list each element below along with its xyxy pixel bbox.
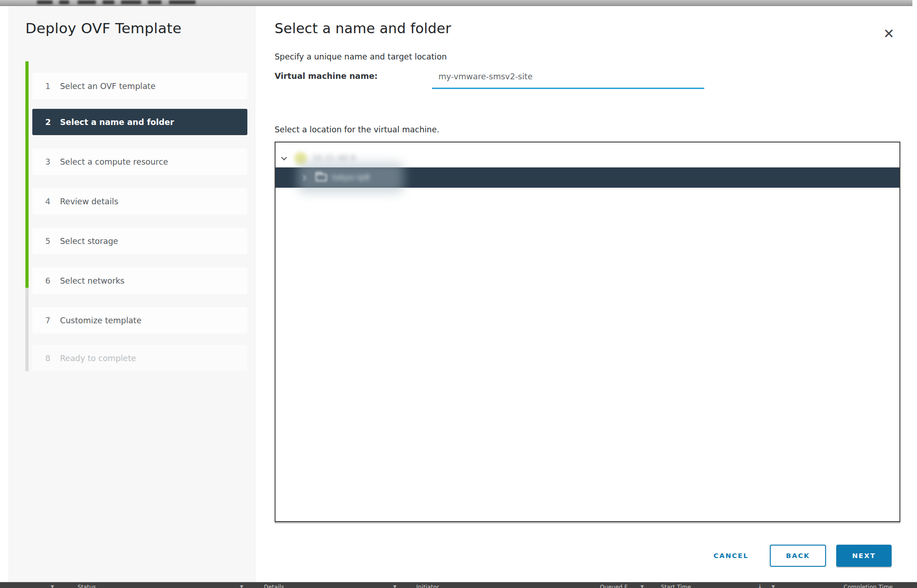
location-instruction: Select a location for the virtual machin…	[275, 125, 439, 134]
task-column-status: Status	[78, 584, 96, 588]
back-button[interactable]: BACK	[770, 545, 826, 567]
filter-caret-icon: ▼	[393, 584, 396, 588]
chevron-down-icon[interactable]	[281, 154, 287, 160]
filter-caret-icon: ▼	[772, 584, 775, 588]
wizard-steps-sidebar: Deploy OVF Template 1 Select an OVF temp…	[8, 6, 255, 582]
step-label: Ready to complete	[60, 354, 136, 363]
background-top-strip	[0, 0, 912, 6]
folder-tree: 10.21.40.9 tokyo-lp8	[275, 142, 900, 522]
progress-rail-completed	[25, 61, 29, 288]
blurred-background-text	[102, 0, 114, 4]
step-7-customize-template[interactable]: 7 Customize template	[32, 307, 247, 333]
step-1-select-an-ovf-template[interactable]: 1 Select an OVF template	[32, 73, 247, 99]
blurred-background-text	[148, 0, 162, 4]
step-5-select-storage[interactable]: 5 Select storage	[32, 228, 247, 254]
page-subtitle: Specify a unique name and target locatio…	[275, 52, 447, 61]
tree-root-label-blurred: 10.21.40.9	[312, 154, 356, 162]
task-column-queued: Queued F	[600, 584, 628, 588]
step-number: 3	[45, 157, 57, 166]
progress-rail-remaining	[25, 288, 29, 371]
step-6-select-networks[interactable]: 6 Select networks	[32, 267, 247, 294]
step-label: Review details	[60, 197, 118, 206]
blurred-background-text	[169, 0, 196, 4]
next-button[interactable]: NEXT	[836, 545, 892, 567]
vm-name-input[interactable]	[432, 68, 704, 89]
step-label: Select a compute resource	[60, 157, 168, 166]
step-8-ready-to-complete: 8 Ready to complete	[32, 345, 247, 371]
step-number: 6	[45, 276, 57, 285]
step-number: 7	[45, 316, 57, 325]
filter-caret-icon: ▼	[641, 584, 644, 588]
vsphere-screen: Deploy OVF Template 1 Select an OVF temp…	[0, 0, 917, 588]
step-number: 5	[45, 237, 57, 246]
sort-arrow-icon: ↓	[758, 583, 762, 588]
step-label: Select storage	[60, 237, 118, 246]
background-recent-tasks-bar: ▼ Status ▼ Details ▼ Initiator Queued F …	[0, 582, 917, 588]
task-column-details: Details	[264, 584, 284, 588]
task-column-initiator: Initiator	[416, 584, 439, 588]
tree-row-folder-selected[interactable]: tokyo-lp8	[276, 167, 899, 188]
folder-icon	[316, 174, 327, 181]
step-number: 1	[45, 82, 57, 91]
step-4-review-details[interactable]: 4 Review details	[32, 188, 247, 214]
tree-folder-label-blurred: tokyo-lp8	[332, 173, 370, 182]
task-column-completion-time: Completion Time	[844, 584, 893, 588]
blurred-background-text	[59, 0, 69, 4]
blurred-background-text	[78, 0, 96, 4]
step-label: Select an OVF template	[60, 82, 156, 91]
page-title: Select a name and folder	[275, 20, 451, 36]
step-number: 8	[45, 354, 57, 363]
step-label: Select networks	[60, 276, 125, 285]
filter-caret-icon: ▼	[51, 584, 54, 588]
step-number: 2	[45, 118, 57, 127]
close-icon[interactable]: ✕	[881, 25, 897, 42]
step-3-select-a-compute-resource[interactable]: 3 Select a compute resource	[32, 148, 247, 175]
step-2-select-a-name-and-folder[interactable]: 2 Select a name and folder	[32, 109, 247, 135]
task-column-start-time: Start Time	[661, 584, 691, 588]
step-label: Select a name and folder	[60, 118, 174, 127]
filter-caret-icon: ▼	[240, 584, 243, 588]
step-number: 4	[45, 197, 57, 206]
deploy-ovf-template-dialog: Deploy OVF Template 1 Select an OVF temp…	[0, 6, 917, 582]
wizard-title: Deploy OVF Template	[25, 20, 181, 36]
blurred-background-text	[37, 0, 53, 4]
blurred-background-text	[121, 0, 141, 4]
vm-name-label: Virtual machine name:	[275, 71, 378, 81]
cancel-button[interactable]: CANCEL	[703, 545, 759, 567]
step-label: Customize template	[60, 316, 141, 325]
